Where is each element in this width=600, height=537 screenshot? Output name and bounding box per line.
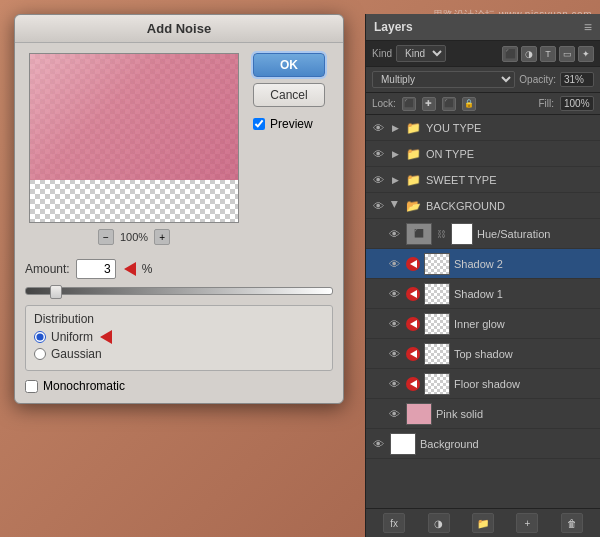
layers-search-bar: Kind Kind ⬛ ◑ T ▭ ✦ — [366, 41, 600, 67]
eye-icon-shadow2[interactable]: 👁 — [386, 256, 402, 272]
fill-input[interactable] — [560, 96, 594, 111]
layer-item-inner-glow[interactable]: 👁 Inner glow — [366, 309, 600, 339]
uniform-red-arrow — [100, 330, 112, 344]
eye-icon-shadow1[interactable]: 👁 — [386, 286, 402, 302]
red-dot-shadow1 — [406, 287, 420, 301]
amount-row: Amount: % — [25, 259, 333, 279]
layer-name-shadow1: Shadow 1 — [454, 288, 596, 300]
group-arrow-you-type[interactable]: ▶ — [390, 123, 400, 133]
lock-position-icon[interactable]: ⬛ — [402, 97, 416, 111]
layer-item-on-type[interactable]: 👁 ▶ 📁 ON TYPE — [366, 141, 600, 167]
layer-item-pink-solid[interactable]: 👁 Pink solid — [366, 399, 600, 429]
layer-item-background-group[interactable]: 👁 ▶ 📂 BACKGROUND — [366, 193, 600, 219]
eye-icon-floor-shadow[interactable]: 👁 — [386, 376, 402, 392]
layers-list: 👁 ▶ 📁 YOU TYPE 👁 ▶ 📁 ON TYPE 👁 ▶ 📁 SWEET… — [366, 115, 600, 508]
uniform-radio[interactable] — [34, 331, 46, 343]
new-group-button[interactable]: 📁 — [472, 513, 494, 533]
gaussian-label: Gaussian — [51, 347, 102, 361]
layers-panel: Layers ≡ Kind Kind ⬛ ◑ T ▭ ✦ Multiply Op… — [365, 14, 600, 537]
monochromatic-checkbox[interactable] — [25, 380, 38, 393]
amount-unit: % — [142, 262, 153, 276]
layer-item-you-type[interactable]: 👁 ▶ 📁 YOU TYPE — [366, 115, 600, 141]
noise-overlay — [30, 54, 238, 180]
eye-icon-sweet-type[interactable]: 👁 — [370, 172, 386, 188]
layer-name-you-type: YOU TYPE — [426, 122, 596, 134]
layer-thumb-shadow2 — [424, 253, 450, 275]
shape-filter-icon[interactable]: ▭ — [559, 46, 575, 62]
eye-icon-inner-glow[interactable]: 👁 — [386, 316, 402, 332]
lock-label: Lock: — [372, 98, 396, 109]
zoom-in-button[interactable]: + — [154, 229, 170, 245]
folder-icon-on-type: 📁 — [404, 145, 422, 163]
eye-icon-hue-sat[interactable]: 👁 — [386, 226, 402, 242]
group-arrow-on-type[interactable]: ▶ — [390, 149, 400, 159]
dialog-bottom-controls: Amount: % Distribution Uniform Gaussian — [15, 255, 343, 403]
uniform-radio-row: Uniform — [34, 330, 324, 344]
eye-icon-background-group[interactable]: 👁 — [370, 198, 386, 214]
kind-label: Kind — [372, 48, 392, 59]
layer-name-floor-shadow: Floor shadow — [454, 378, 596, 390]
delete-layer-button[interactable]: 🗑 — [561, 513, 583, 533]
layer-item-sweet-type[interactable]: 👁 ▶ 📁 SWEET TYPE — [366, 167, 600, 193]
lock-pixel-icon[interactable]: ⬛ — [442, 97, 456, 111]
layer-item-shadow2[interactable]: 👁 Shadow 2 — [366, 249, 600, 279]
monochromatic-row: Monochromatic — [25, 379, 333, 393]
amount-input[interactable] — [76, 259, 116, 279]
amount-slider-thumb[interactable] — [50, 285, 62, 299]
layer-item-top-shadow[interactable]: 👁 Top shadow — [366, 339, 600, 369]
red-dot-floor-shadow — [406, 377, 420, 391]
smart-filter-icon[interactable]: ✦ — [578, 46, 594, 62]
layer-name-on-type: ON TYPE — [426, 148, 596, 160]
layer-thumb-hue-sat: ⬛ — [406, 223, 432, 245]
eye-icon-you-type[interactable]: 👁 — [370, 120, 386, 136]
eye-icon-on-type[interactable]: 👁 — [370, 146, 386, 162]
layers-panel-title: Layers — [374, 20, 413, 34]
amount-slider-track[interactable] — [25, 287, 333, 295]
type-filter-icon[interactable]: T — [540, 46, 556, 62]
layer-name-pink-solid: Pink solid — [436, 408, 596, 420]
layer-name-shadow2: Shadow 2 — [454, 258, 596, 270]
new-adjustment-button[interactable]: ◑ — [428, 513, 450, 533]
ok-button[interactable]: OK — [253, 53, 325, 77]
adjustment-filter-icon[interactable]: ◑ — [521, 46, 537, 62]
cancel-button[interactable]: Cancel — [253, 83, 325, 107]
distribution-group: Distribution Uniform Gaussian — [25, 305, 333, 371]
layer-thumb-inner-glow — [424, 313, 450, 335]
distribution-title: Distribution — [34, 312, 324, 326]
layer-thumb-pink-solid — [406, 403, 432, 425]
layer-mask-hue-sat — [451, 223, 473, 245]
group-arrow-sweet-type[interactable]: ▶ — [390, 175, 400, 185]
monochromatic-label: Monochromatic — [43, 379, 125, 393]
gaussian-radio[interactable] — [34, 348, 46, 360]
blend-opacity-row: Multiply Opacity: — [366, 67, 600, 93]
layers-panel-header: Layers ≡ — [366, 14, 600, 41]
layer-name-background-group: BACKGROUND — [426, 200, 596, 212]
lock-move-icon[interactable]: ✚ — [422, 97, 436, 111]
zoom-out-button[interactable]: − — [98, 229, 114, 245]
preview-checkbox[interactable] — [253, 118, 265, 130]
lock-all-icon[interactable]: 🔒 — [462, 97, 476, 111]
red-dot-inner-glow — [406, 317, 420, 331]
red-dot-top-shadow — [406, 347, 420, 361]
red-dot-shadow2 — [406, 257, 420, 271]
opacity-input[interactable] — [560, 72, 594, 87]
pixel-filter-icon[interactable]: ⬛ — [502, 46, 518, 62]
layer-item-floor-shadow[interactable]: 👁 Floor shadow — [366, 369, 600, 399]
blend-mode-dropdown[interactable]: Multiply — [372, 71, 515, 88]
layer-item-background[interactable]: 👁 Background — [366, 429, 600, 459]
eye-icon-background[interactable]: 👁 — [370, 436, 386, 452]
lock-row: Lock: ⬛ ✚ ⬛ 🔒 Fill: — [366, 93, 600, 115]
amount-slider-container — [25, 287, 333, 295]
zoom-label: 100% — [120, 231, 148, 243]
eye-icon-top-shadow[interactable]: 👁 — [386, 346, 402, 362]
eye-icon-pink-solid[interactable]: 👁 — [386, 406, 402, 422]
layer-item-hue-saturation[interactable]: 👁 ⬛ ⛓ Hue/Saturation — [366, 219, 600, 249]
layer-name-inner-glow: Inner glow — [454, 318, 596, 330]
kind-dropdown[interactable]: Kind — [396, 45, 446, 62]
layer-item-shadow1[interactable]: 👁 Shadow 1 — [366, 279, 600, 309]
dialog-action-controls: OK Cancel Preview — [253, 53, 333, 245]
group-arrow-background[interactable]: ▶ — [390, 201, 400, 211]
layers-menu-icon[interactable]: ≡ — [584, 19, 592, 35]
layer-styles-button[interactable]: fx — [383, 513, 405, 533]
new-layer-button[interactable]: + — [516, 513, 538, 533]
